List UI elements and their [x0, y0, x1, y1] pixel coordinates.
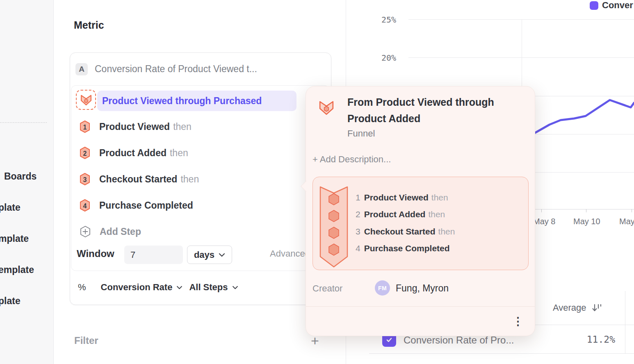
add-step-hex-plus-icon — [79, 225, 91, 238]
popover-step-1-num: 1 — [356, 193, 360, 202]
popover-step-3-num: 3 — [356, 227, 360, 237]
popover-title: From Product Viewed through Product Adde… — [347, 94, 511, 127]
add-step-label: Add Step — [100, 226, 141, 237]
chevron-down-icon[interactable] — [232, 286, 238, 289]
svg-text:2: 2 — [83, 150, 87, 157]
popover-step-1-name: Product Viewed — [364, 193, 429, 202]
popover-step-4-name: Purchase Completed — [364, 243, 450, 253]
sidebar: Boards plate mplate emplate plate — [0, 0, 54, 364]
popover-step-2-then: then — [428, 209, 445, 219]
legend-swatch — [590, 1, 598, 10]
window-row: Window days Advanced — [76, 242, 322, 267]
sidebar-item-template-4[interactable]: plate — [0, 296, 21, 307]
sidebar-item-template-3[interactable]: emplate — [0, 264, 34, 275]
creator-name: Fung, Myron — [396, 283, 449, 294]
table-column-border — [625, 291, 625, 353]
svg-text:1: 1 — [83, 124, 87, 131]
measure-percent-symbol: % — [78, 282, 86, 293]
step-3-hex-badge: 3 — [79, 173, 91, 186]
column-header-average[interactable]: Average — [553, 303, 603, 313]
table-row-border — [369, 353, 634, 354]
filter-section-heading: Filter — [74, 335, 98, 346]
svg-text:3: 3 — [83, 176, 87, 183]
x-axis-label-may10: May 10 — [573, 217, 600, 226]
funnel-event-icon-selected[interactable] — [76, 90, 96, 110]
step-3-then: then — [180, 174, 199, 185]
step-3-name: Checkout Started — [99, 174, 177, 185]
window-label: Window — [77, 248, 114, 259]
app-window: Boards plate mplate emplate plate Metric… — [0, 0, 634, 364]
popover-funnel-steps-box: 1 Product Viewed then 2 Product Added th… — [312, 177, 529, 270]
x-tick-may8 — [541, 209, 542, 212]
gridline-20pct — [408, 57, 634, 58]
creator-label: Creator — [312, 283, 342, 294]
legend-label: Conver — [602, 0, 633, 11]
sidebar-item-template-1[interactable]: plate — [0, 202, 21, 213]
add-description-link[interactable]: + Add Description... — [312, 154, 391, 165]
window-unit-label: days — [194, 250, 214, 260]
popover-step-2-num: 2 — [356, 209, 360, 219]
step-2-then: then — [170, 148, 188, 159]
funnel-detail-popover: From Product Viewed through Product Adde… — [306, 86, 535, 336]
chevron-down-icon — [219, 253, 225, 257]
step-4-hex-badge: 4 — [79, 199, 91, 212]
popover-step-2-name: Product Added — [364, 209, 426, 219]
sidebar-item-template-2[interactable]: mplate — [0, 233, 29, 244]
popover-step-1: 1 Product Viewed then — [356, 192, 448, 203]
step-2-hex-badge: 2 — [79, 146, 91, 159]
step-4-name: Purchase Completed — [99, 200, 193, 211]
popover-footer-divider — [306, 306, 535, 307]
x-tick-may10 — [586, 209, 586, 212]
window-unit-dropdown[interactable]: days — [187, 246, 232, 264]
funnel-definition-box: Product Viewed through Purchased 1 Produ… — [71, 85, 329, 271]
advanced-link[interactable]: Advanced — [270, 248, 310, 259]
step-1-name: Product Viewed — [99, 121, 170, 132]
y-axis-tick-20: 20% — [372, 53, 396, 63]
funnel-step-3[interactable]: 3 Checkout Started then — [79, 170, 199, 188]
sidebar-item-boards[interactable]: Boards — [4, 171, 36, 182]
step-2-name: Product Added — [99, 148, 166, 159]
gridline-25pct — [408, 19, 634, 20]
step-1-hex-badge: 1 — [79, 120, 91, 133]
funnel-icon — [80, 94, 92, 106]
window-value-input[interactable] — [124, 246, 183, 264]
x-axis-label-may12: May — [619, 217, 634, 226]
metric-section-heading: Metric — [74, 19, 104, 31]
y-axis-tick-25: 25% — [372, 15, 396, 25]
checkmark-icon — [385, 336, 393, 344]
popover-step-3-then: then — [438, 227, 455, 237]
popover-step-4-num: 4 — [356, 243, 360, 253]
popover-step-1-then: then — [431, 193, 448, 202]
popover-step-4: 4 Purchase Completed — [356, 243, 453, 254]
funnel-step-2[interactable]: 2 Product Added then — [79, 144, 188, 162]
sort-descending-icon — [591, 303, 603, 313]
measure-row: % Conversion Rate All Steps — [78, 279, 238, 296]
popover-step-3: 3 Checkout Started then — [356, 226, 455, 237]
sidebar-divider — [0, 122, 47, 123]
funnel-step-1[interactable]: 1 Product Viewed then — [79, 118, 192, 136]
series-a-badge: A — [75, 63, 88, 75]
chevron-down-icon[interactable] — [176, 286, 182, 289]
legend-item-conversion[interactable]: Conver — [590, 0, 633, 11]
popover-step-2: 2 Product Added then — [356, 209, 445, 220]
creator-avatar: FM — [375, 280, 390, 296]
table-row-average-value: 11.2% — [533, 334, 615, 345]
funnel-icon — [318, 100, 335, 116]
popover-step-3-name: Checkout Started — [364, 227, 436, 237]
average-header-label: Average — [553, 303, 586, 313]
table-row-label[interactable]: Conversion Rate of Pro... — [404, 334, 514, 346]
x-tick-may12 — [632, 209, 632, 212]
selected-funnel-name[interactable]: Product Viewed through Purchased — [97, 91, 296, 111]
measure-type-dropdown[interactable]: Conversion Rate — [101, 282, 173, 293]
step-1-then: then — [173, 121, 192, 132]
series-title[interactable]: Conversion Rate of Product Viewed t... — [95, 64, 257, 75]
svg-text:4: 4 — [83, 202, 87, 209]
funnel-ribbon-icon — [319, 186, 348, 268]
metric-card: A Conversion Rate of Product Viewed t...… — [70, 52, 331, 305]
more-options-menu[interactable]: ⋮ — [512, 315, 524, 331]
selected-funnel-name-label: Product Viewed through Purchased — [102, 96, 262, 107]
funnel-step-4[interactable]: 4 Purchase Completed — [79, 196, 196, 214]
add-step-button[interactable]: Add Step — [79, 223, 141, 241]
popover-subtitle: Funnel — [347, 128, 375, 139]
measure-scope-dropdown[interactable]: All Steps — [189, 282, 228, 293]
